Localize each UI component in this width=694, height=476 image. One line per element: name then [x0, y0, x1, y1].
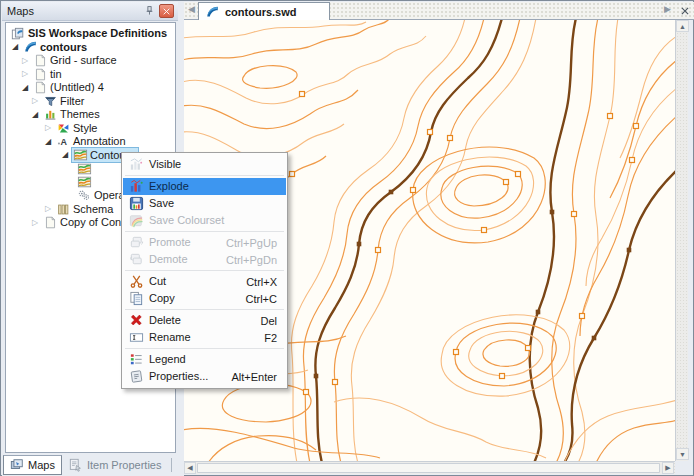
- menu-separator: [125, 270, 284, 271]
- horizontal-scrollbar[interactable]: ◀ ▶: [184, 461, 675, 474]
- page-icon: [32, 54, 48, 68]
- tree-expanded-arrow-icon[interactable]: ◢: [45, 137, 55, 147]
- tree-expanded-arrow-icon[interactable]: ◢: [12, 42, 22, 52]
- tree-item-tin[interactable]: ▷tin: [6, 68, 175, 82]
- context-menu: VisibleExplodeSaveSave ColoursetPromoteC…: [121, 152, 288, 389]
- tree-expanded-arrow-icon[interactable]: ◢: [22, 83, 32, 93]
- tree-item-label: Annotation: [71, 135, 129, 148]
- menu-item-shortcut: Ctrl+PgDn: [226, 254, 286, 266]
- tree-item-grid-surface[interactable]: ▷Grid - surface: [6, 54, 175, 68]
- menu-item-legend[interactable]: Legend: [123, 351, 286, 368]
- close-icon[interactable]: [159, 4, 174, 18]
- menu-item-delete[interactable]: DeleteDel: [123, 312, 286, 329]
- tree-item-contours[interactable]: ◢contours: [6, 41, 175, 55]
- page-icon: [42, 216, 58, 230]
- bottom-tab-label: Item Properties: [87, 459, 162, 471]
- contours-theme-icon: [76, 162, 92, 176]
- menu-item-cut[interactable]: CutCtrl+X: [123, 273, 286, 290]
- tree-item-label: (Untitled) 4: [48, 81, 107, 94]
- tree-collapsed-arrow-icon[interactable]: ▷: [22, 56, 32, 66]
- menu-item-label: Explode: [149, 179, 286, 194]
- tab-contours-swd[interactable]: contours.swd: [198, 2, 330, 20]
- document-tabbar: ◀ contours.swd ▶: [184, 2, 694, 20]
- menu-item-label: Delete: [149, 313, 260, 328]
- menu-item-shortcut: F2: [264, 332, 286, 344]
- tree-collapsed-arrow-icon[interactable]: ▷: [32, 96, 42, 106]
- visible-icon: [123, 157, 149, 172]
- scroll-left-icon[interactable]: ◀: [184, 462, 196, 474]
- menu-item-label: Copy: [149, 291, 246, 306]
- menu-item-demote[interactable]: DemoteCtrl+PgDn: [123, 251, 286, 268]
- chevron-left-icon[interactable]: ◀: [188, 4, 195, 14]
- page-icon: [32, 81, 48, 95]
- explode-icon: [123, 179, 149, 194]
- menu-item-rename[interactable]: RenameF2: [123, 329, 286, 346]
- style-icon: [55, 121, 71, 135]
- cut-icon: [123, 274, 149, 289]
- tree-item-style[interactable]: ▷Style: [6, 122, 175, 136]
- menu-separator: [125, 231, 284, 232]
- menu-item-save-colourset[interactable]: Save Colourset: [123, 212, 286, 229]
- scroll-down-icon[interactable]: ▼: [676, 448, 689, 460]
- menu-item-copy[interactable]: CopyCtrl+C: [123, 290, 286, 307]
- menu-item-label: Demote: [149, 252, 226, 267]
- tree-expanded-arrow-icon[interactable]: ◢: [62, 150, 72, 160]
- menu-item-shortcut: Ctrl+PgUp: [226, 237, 286, 249]
- hscroll-thumb[interactable]: [197, 463, 660, 473]
- menu-item-shortcut: Ctrl+X: [246, 276, 286, 288]
- tree-item-filter[interactable]: ▷Filter: [6, 95, 175, 109]
- menu-item-label: Visible: [149, 157, 286, 172]
- themes-icon: [42, 108, 58, 122]
- tree-item-annotation[interactable]: ◢AAnnotation: [6, 135, 175, 149]
- maps-tab-icon: [10, 458, 24, 472]
- legend-icon: [123, 352, 149, 367]
- tree-collapsed-arrow-icon[interactable]: ▷: [45, 204, 55, 214]
- rename-icon: [123, 330, 149, 345]
- tree-item-untitled-4[interactable]: ◢(Untitled) 4: [6, 81, 175, 95]
- tree-item-themes[interactable]: ◢Themes: [6, 108, 175, 122]
- tree-collapsed-arrow-icon[interactable]: ▷: [45, 123, 55, 133]
- tab-separator: [171, 458, 172, 472]
- tree-item-sis-workspace-definitions[interactable]: SIS Workspace Definitions: [6, 27, 175, 41]
- tree-expanded-arrow-icon[interactable]: ◢: [32, 110, 42, 120]
- scroll-up-icon[interactable]: ▲: [676, 20, 689, 32]
- vertical-scrollbar[interactable]: ▲ ▼: [675, 20, 688, 461]
- tree-item-label: Themes: [58, 108, 103, 121]
- menu-item-shortcut: Del: [260, 315, 286, 327]
- tree-item-label: tin: [48, 68, 65, 81]
- menu-item-label: Save: [149, 196, 286, 211]
- demote-icon: [123, 252, 149, 267]
- bottom-tab-maps[interactable]: Maps: [3, 455, 62, 475]
- menu-item-properties[interactable]: Properties...Alt+Enter: [123, 368, 286, 385]
- workspace-icon: [10, 27, 26, 41]
- delete-icon: [123, 313, 149, 328]
- scroll-right-icon[interactable]: ▶: [662, 462, 674, 474]
- menu-item-promote[interactable]: PromoteCtrl+PgUp: [123, 234, 286, 251]
- menu-item-explode[interactable]: Explode: [123, 178, 286, 195]
- menu-separator: [125, 348, 284, 349]
- tree-collapsed-arrow-icon[interactable]: ▷: [22, 69, 32, 79]
- operations-icon: [76, 189, 92, 203]
- doc-tab-label: contours.swd: [225, 6, 297, 18]
- page-icon: [32, 67, 48, 81]
- save-colourset-icon: [123, 213, 149, 228]
- window-frame: Maps SIS Workspace Definitions◢contours▷…: [0, 0, 694, 476]
- menu-item-shortcut: Ctrl+C: [246, 293, 286, 305]
- bottom-tab-item-properties[interactable]: Item Properties: [62, 455, 169, 475]
- pin-icon[interactable]: [141, 4, 157, 18]
- maps-panel-titlebar: Maps: [2, 2, 178, 21]
- sis-logo-icon: [22, 40, 38, 54]
- contours-theme-icon: [76, 175, 92, 189]
- tree-collapsed-arrow-icon[interactable]: ▷: [32, 218, 42, 228]
- contours-theme-icon: [72, 148, 88, 162]
- close-tab-icon[interactable]: [678, 3, 692, 18]
- menu-item-visible[interactable]: Visible: [123, 156, 286, 173]
- tree-item-label: SIS Workspace Definitions: [26, 27, 170, 40]
- chevron-right-icon[interactable]: ▶: [664, 4, 671, 14]
- tree-item-label: Style: [71, 122, 100, 135]
- menu-item-label: Save Colourset: [149, 213, 286, 228]
- menu-item-label: Cut: [149, 274, 246, 289]
- tree-item-label: Grid - surface: [48, 54, 120, 67]
- panel-bottom-tabs: MapsItem Properties: [3, 455, 174, 475]
- menu-item-save[interactable]: Save: [123, 195, 286, 212]
